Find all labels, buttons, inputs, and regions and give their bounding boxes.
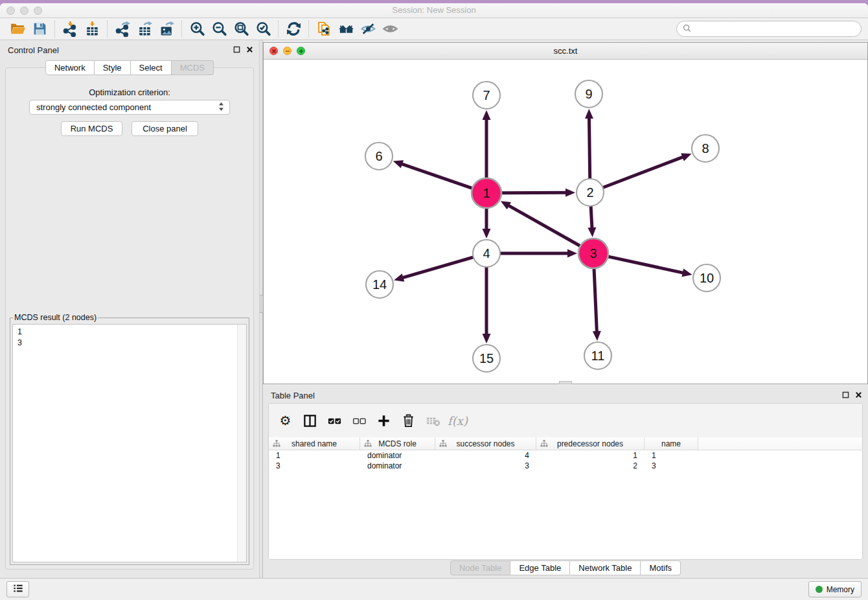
table-cell[interactable]: 3 bbox=[269, 461, 360, 470]
run-mcds-button[interactable]: Run MCDS bbox=[61, 121, 122, 136]
graph-edge-2-9[interactable] bbox=[589, 117, 589, 179]
node-label-14: 14 bbox=[372, 277, 387, 292]
network-canvas[interactable]: 7968124314101511 bbox=[264, 60, 867, 384]
table-cell[interactable]: dominator bbox=[360, 461, 435, 470]
table-box: ⚙f(x) shared nameMCDS rolesuccessor node… bbox=[268, 403, 863, 560]
table-toolbar: ⚙f(x) bbox=[269, 404, 862, 437]
select-all-rows-icon[interactable] bbox=[326, 412, 343, 430]
export-image-icon[interactable] bbox=[155, 20, 177, 38]
table-cell[interactable]: 3 bbox=[435, 461, 536, 470]
float-table-panel-icon[interactable] bbox=[841, 391, 849, 398]
graph-edge-2-3[interactable] bbox=[591, 206, 592, 229]
tab-select[interactable]: Select bbox=[131, 60, 172, 75]
table-row[interactable]: 3dominator323 bbox=[269, 461, 862, 471]
refresh-layout-icon[interactable] bbox=[282, 20, 304, 38]
toolbar-icons bbox=[6, 20, 401, 38]
table-cell[interactable]: 1 bbox=[645, 451, 698, 460]
tab-network[interactable]: Network bbox=[45, 60, 95, 75]
zoom-fit-icon[interactable] bbox=[230, 20, 252, 38]
tab-edge-table[interactable]: Edge Table bbox=[510, 560, 570, 575]
tab-node-table[interactable]: Node Table bbox=[450, 560, 511, 575]
close-network-button[interactable] bbox=[269, 47, 278, 55]
graph-edge-1-6[interactable] bbox=[401, 164, 472, 189]
network-overview-icon[interactable] bbox=[335, 20, 357, 38]
show-hidden-icon bbox=[379, 20, 401, 38]
import-network-icon[interactable] bbox=[59, 20, 81, 38]
hide-selected-icon[interactable] bbox=[357, 20, 379, 38]
search-icon bbox=[683, 23, 691, 35]
graph-edge-3-10[interactable] bbox=[608, 257, 683, 273]
status-bar: Memory bbox=[0, 578, 868, 600]
node-label-6: 6 bbox=[375, 149, 382, 163]
right-column: scc.txt 7968124314101511 Table Panel bbox=[263, 40, 868, 579]
minimize-window-button[interactable] bbox=[20, 6, 29, 15]
zoom-selected-icon[interactable] bbox=[252, 20, 274, 38]
float-panel-icon[interactable] bbox=[233, 45, 240, 53]
table-cell[interactable]: 1 bbox=[536, 451, 645, 460]
graph-edge-2-8[interactable] bbox=[603, 157, 684, 188]
tab-mcds[interactable]: MCDS bbox=[172, 60, 214, 75]
memory-button[interactable]: Memory bbox=[808, 581, 862, 597]
result-scrollbar[interactable] bbox=[237, 325, 246, 562]
zoom-window-button[interactable] bbox=[34, 6, 42, 15]
graph-edge-3-1[interactable] bbox=[508, 205, 580, 246]
close-panel-button[interactable]: Close panel bbox=[131, 121, 198, 136]
edge-arrowhead bbox=[394, 273, 404, 281]
tab-motifs[interactable]: Motifs bbox=[641, 560, 681, 575]
node-label-8: 8 bbox=[702, 141, 709, 156]
horizontal-splitter-handle[interactable] bbox=[559, 381, 572, 384]
node-table: shared nameMCDS rolesuccessor nodesprede… bbox=[269, 437, 862, 559]
close-table-panel-icon[interactable] bbox=[854, 391, 862, 398]
delete-column-icon[interactable] bbox=[400, 412, 417, 430]
search-box[interactable] bbox=[676, 21, 862, 37]
close-window-button[interactable] bbox=[6, 6, 15, 15]
os-titlebar: Session: New Session bbox=[0, 3, 868, 18]
table-cell[interactable]: 3 bbox=[645, 461, 698, 470]
export-table-icon[interactable] bbox=[133, 20, 155, 38]
app-window: Session: New Session Control Panel Netwo… bbox=[0, 3, 868, 600]
minimize-network-button[interactable] bbox=[283, 47, 291, 55]
column-header-shared-name[interactable]: shared name bbox=[269, 437, 360, 450]
add-column-icon[interactable] bbox=[375, 412, 393, 430]
column-header-name[interactable]: name bbox=[645, 437, 698, 450]
window-title: Session: New Session bbox=[0, 3, 868, 17]
search-input[interactable] bbox=[694, 24, 855, 34]
open-session-icon[interactable] bbox=[6, 20, 29, 38]
close-panel-icon[interactable] bbox=[246, 45, 253, 53]
column-header-successor-nodes[interactable]: successor nodes bbox=[435, 437, 536, 450]
table-cell[interactable]: 1 bbox=[269, 451, 360, 460]
edge-arrowhead bbox=[565, 189, 575, 197]
task-history-button[interactable] bbox=[6, 581, 29, 597]
criterion-select[interactable]: strongly connected component bbox=[29, 100, 230, 115]
network-frame: scc.txt 7968124314101511 bbox=[263, 42, 868, 384]
tab-network-table[interactable]: Network Table bbox=[570, 560, 641, 575]
table-cell[interactable]: 4 bbox=[435, 451, 536, 460]
deselect-all-rows-icon[interactable] bbox=[350, 412, 368, 430]
graph-edge-1-2[interactable] bbox=[501, 192, 567, 193]
toolbar-separator bbox=[308, 21, 309, 38]
toggle-columns-icon[interactable] bbox=[301, 412, 319, 430]
zoom-in-icon[interactable] bbox=[186, 20, 208, 38]
zoom-out-icon[interactable] bbox=[208, 20, 230, 38]
table-row[interactable]: 1dominator411 bbox=[269, 450, 862, 461]
column-header-MCDS-role[interactable]: MCDS role bbox=[360, 437, 435, 450]
new-network-from-selection-icon[interactable] bbox=[313, 20, 335, 38]
table-cell[interactable]: 2 bbox=[536, 461, 645, 470]
node-label-7: 7 bbox=[483, 88, 490, 102]
node-label-15: 15 bbox=[479, 351, 494, 365]
import-table-icon[interactable] bbox=[81, 20, 103, 38]
toolbar-separator bbox=[54, 21, 55, 38]
graph-edge-4-14[interactable] bbox=[402, 257, 474, 278]
export-network-icon[interactable] bbox=[111, 20, 133, 38]
column-header-predecessor-nodes[interactable]: predecessor nodes bbox=[536, 437, 645, 450]
save-session-icon[interactable] bbox=[29, 20, 51, 38]
node-label-10: 10 bbox=[700, 271, 714, 285]
maximize-network-button[interactable] bbox=[297, 47, 305, 55]
graph[interactable]: 7968124314101511 bbox=[264, 60, 867, 384]
table-cell[interactable]: dominator bbox=[360, 451, 435, 460]
table-settings-icon[interactable]: ⚙ bbox=[277, 412, 294, 430]
tab-style[interactable]: Style bbox=[95, 60, 131, 75]
graph-edge-3-11[interactable] bbox=[594, 268, 597, 332]
edge-arrowhead bbox=[483, 229, 491, 238]
mcds-result-list[interactable]: 13 bbox=[12, 324, 247, 562]
